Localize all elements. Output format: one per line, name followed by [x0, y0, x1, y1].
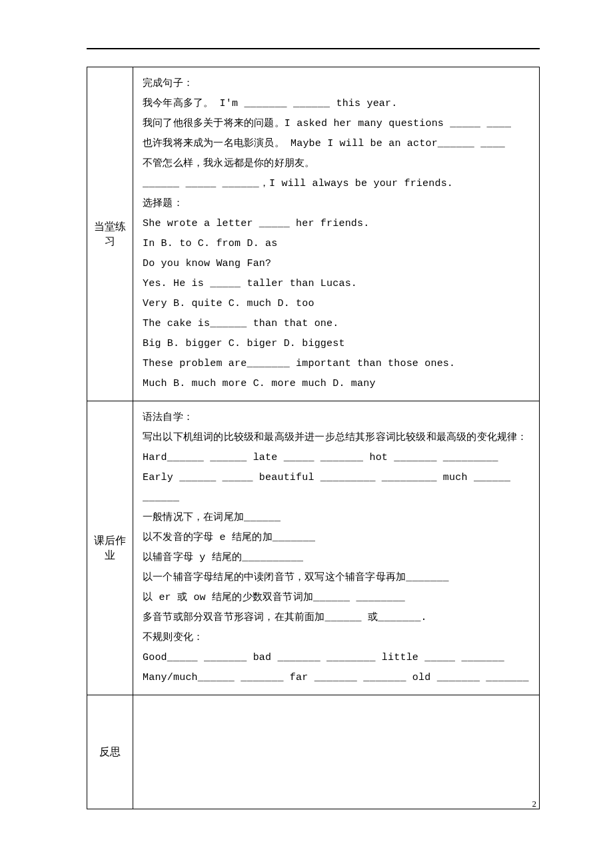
content-line: 以不发音的字母 e 结尾的加_______ — [143, 528, 530, 548]
content-line: These problem are_______ important than … — [143, 354, 530, 374]
header-rule — [87, 48, 540, 49]
content-line: In B. to C. from D. as — [143, 234, 530, 254]
section-label-practice: 当堂练习 — [87, 67, 133, 401]
section-label-reflection: 反思 — [87, 695, 133, 809]
content-line: The cake is______ than that one. — [143, 314, 530, 334]
section-content-reflection — [133, 695, 540, 809]
content-line: Big B. bigger C. biger D. biggest — [143, 334, 530, 354]
content-line: 我问了他很多关于将来的问题。I asked her many questions… — [143, 114, 530, 134]
content-line: 选择题： — [143, 194, 530, 214]
content-line: Do you know Wang Fan? — [143, 254, 530, 274]
content-line: 不管怎么样，我永远都是你的好朋友。 — [143, 154, 530, 174]
content-line: ______ _____ ______，I will always be you… — [143, 174, 530, 194]
table-row: 当堂练习 完成句子： 我今年高多了。 I'm _______ ______ th… — [87, 67, 540, 401]
content-line: Much B. much more C. more much D. many — [143, 374, 530, 394]
table-row: 反思 — [87, 695, 540, 809]
content-line: 以辅音字母 y 结尾的__________ — [143, 548, 530, 568]
label-text: 反思 — [99, 746, 121, 757]
content-line: Yes. He is _____ taller than Lucas. — [143, 274, 530, 294]
page: 当堂练习 完成句子： 我今年高多了。 I'm _______ ______ th… — [0, 0, 613, 868]
label-text: 当堂练习 — [94, 221, 126, 247]
content-line: Many/much______ _______ far _______ ____… — [143, 668, 530, 688]
content-line: 不规则变化： — [143, 628, 530, 648]
content-line: 写出以下机组词的比较级和最高级并进一步总结其形容词比较级和最高级的变化规律： — [143, 428, 530, 448]
content-line: 以一个辅音字母结尾的中读闭音节，双写这个辅音字母再加_______ — [143, 568, 530, 588]
content-line: 我今年高多了。 I'm _______ ______ this year. — [143, 94, 530, 114]
section-label-homework: 课后作业 — [87, 401, 133, 695]
section-content-practice: 完成句子： 我今年高多了。 I'm _______ ______ this ye… — [133, 67, 540, 401]
content-line: 也许我将来成为一名电影演员。 Maybe I will be an actor_… — [143, 134, 530, 154]
content-line: Very B. quite C. much D. too — [143, 294, 530, 314]
content-line: She wrote a letter _____ her friends. — [143, 214, 530, 234]
table-row: 课后作业 语法自学： 写出以下机组词的比较级和最高级并进一步总结其形容词比较级和… — [87, 401, 540, 695]
content-line: Early ______ _____ beautiful _________ _… — [143, 468, 530, 508]
content-line: 一般情况下，在词尾加______ — [143, 508, 530, 528]
section-content-homework: 语法自学： 写出以下机组词的比较级和最高级并进一步总结其形容词比较级和最高级的变… — [133, 401, 540, 695]
content-line: Hard______ ______ late _____ _______ hot… — [143, 448, 530, 468]
content-line: 多音节或部分双音节形容词，在其前面加______ 或_______. — [143, 608, 530, 628]
content-line: Good_____ _______ bad _______ ________ l… — [143, 648, 530, 668]
content-line: 语法自学： — [143, 408, 530, 428]
content-table: 当堂练习 完成句子： 我今年高多了。 I'm _______ ______ th… — [87, 67, 540, 809]
page-number: 2 — [532, 799, 537, 809]
content-line: 完成句子： — [143, 74, 530, 94]
label-text: 课后作业 — [94, 535, 126, 561]
content-line: 以 er 或 ow 结尾的少数双音节词加______ ________ — [143, 588, 530, 608]
